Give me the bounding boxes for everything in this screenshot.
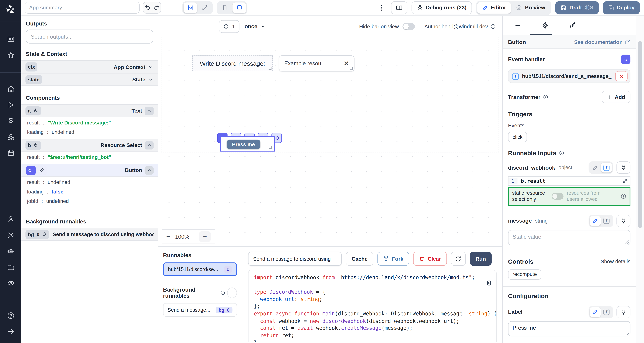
sidebar-item-help-icon[interactable] — [0, 308, 21, 324]
hide-bar-toggle[interactable] — [402, 23, 415, 30]
center-layout-icon[interactable] — [184, 2, 197, 13]
component-selection-box[interactable]: Press me — [220, 136, 275, 152]
collapse-chevron-up-icon[interactable] — [144, 141, 154, 149]
desktop-view-icon[interactable] — [232, 2, 246, 13]
textarea-resize-grip[interactable] — [626, 331, 629, 335]
event-handler-row[interactable]: f hub/1511/discord/send_a_message_... — [508, 70, 630, 83]
add-background-runnable-button[interactable] — [227, 288, 237, 298]
reload-script-button[interactable] — [451, 252, 466, 266]
mobile-view-icon[interactable] — [218, 2, 232, 13]
expand-editor-icon[interactable] — [623, 178, 628, 183]
resource-select-component[interactable]: Example resou... ✕ — [279, 56, 354, 72]
deploy-button[interactable]: Deploy — [603, 1, 640, 14]
resource-toggle[interactable] — [552, 193, 564, 200]
collapse-chevron-up-icon[interactable] — [144, 106, 154, 115]
script-name-input[interactable]: Send a message to discord using — [248, 252, 342, 266]
search-outputs-input[interactable]: Search outputs... — [26, 30, 153, 44]
zoom-in-button[interactable]: + — [199, 231, 211, 242]
scrollbar-thumb[interactable] — [638, 41, 642, 228]
expression-mode-icon[interactable]: f — [601, 307, 612, 317]
sidebar-item-apps[interactable] — [0, 31, 21, 47]
sidebar-item-runs-play-icon[interactable] — [0, 97, 21, 113]
tab-preview[interactable]: Preview — [511, 2, 550, 13]
connect-plug-icon[interactable] — [616, 306, 630, 318]
background-runnable-item[interactable]: Send a message... bg_0 — [163, 303, 237, 316]
connect-plug-icon[interactable] — [616, 162, 630, 174]
static-pencil-icon[interactable] — [590, 163, 601, 172]
resize-handle[interactable] — [269, 146, 272, 148]
static-pencil-icon[interactable] — [590, 216, 601, 226]
message-static-input[interactable]: Static value — [508, 230, 630, 245]
sidebar-item-resources-boxes-icon[interactable] — [0, 129, 21, 145]
component-row-b[interactable]: b Resource Select — [21, 139, 158, 152]
sidebar-item-home-icon[interactable] — [0, 81, 21, 97]
cache-button[interactable]: Cache — [346, 252, 374, 266]
sidebar-item-folders-icon[interactable] — [0, 259, 21, 275]
output-row-ctx[interactable]: ctx App Context — [21, 60, 158, 73]
runnables-panel: Runnables hub/1511/discord/se... c Backg… — [158, 247, 242, 343]
sidebar-item-workers-robot-icon[interactable] — [0, 243, 21, 259]
page-scrollbar[interactable] — [636, 16, 644, 343]
fullwidth-layout-icon[interactable] — [198, 2, 212, 13]
more-menu-icon[interactable]: ⋮ — [379, 4, 384, 11]
schedule-dropdown[interactable]: once — [244, 23, 266, 29]
tab-editor[interactable]: Editor — [477, 2, 511, 13]
output-row-state[interactable]: state State — [21, 73, 158, 86]
documentation-book-icon[interactable] — [391, 1, 407, 14]
recompute-chip[interactable]: recompute — [508, 269, 541, 280]
webhook-expression-input[interactable]: 1 b.result — [508, 176, 630, 186]
pencil-icon[interactable] — [36, 168, 46, 173]
sidebar-item-settings-gear-icon[interactable] — [0, 227, 21, 243]
component-row-a[interactable]: a Text — [21, 104, 158, 117]
expression-mode-icon[interactable]: f — [601, 163, 612, 172]
code-editor[interactable]: import discordwebhook from "https://deno… — [248, 270, 496, 342]
sidebar-item-variables-dollar-icon[interactable] — [0, 113, 21, 129]
tab-insert-plus-icon[interactable] — [512, 17, 523, 34]
text-component[interactable]: Write Discord message: — [192, 56, 273, 71]
windmill-logo-icon[interactable] — [5, 4, 16, 16]
textarea-resize-grip[interactable] — [626, 240, 629, 244]
refresh-count-box[interactable]: 1 — [219, 20, 240, 33]
layout-toggle-group — [182, 1, 213, 14]
app-canvas[interactable]: Write Discord message: Example resou... … — [161, 37, 499, 152]
see-documentation-link[interactable]: See documentation — [574, 39, 630, 45]
resize-handle[interactable] — [350, 68, 353, 70]
tab-component-settings-icon[interactable] — [540, 17, 550, 34]
input-mode-toggle: f — [588, 306, 613, 318]
connect-plug-icon[interactable] — [616, 215, 630, 227]
clear-button[interactable]: Clear — [413, 252, 447, 266]
copy-code-icon[interactable] — [486, 280, 492, 286]
zoom-out-button[interactable]: − — [166, 233, 170, 240]
canvas-grid[interactable]: Write Discord message: Example resou... … — [158, 37, 502, 246]
expression-mode-icon[interactable]: f — [601, 216, 612, 226]
event-chip-click[interactable]: click — [508, 132, 527, 142]
button-component[interactable]: Press me — [227, 140, 260, 149]
add-transformer-button[interactable]: Add — [602, 91, 630, 103]
runnable-item-selected[interactable]: hub/1511/discord/se... c — [163, 262, 237, 276]
static-pencil-icon[interactable] — [590, 307, 601, 317]
redo-icon[interactable] — [152, 2, 160, 13]
background-runnable-row[interactable]: bg_0 Send a message to discord using web… — [21, 228, 158, 240]
remove-handler-button[interactable] — [615, 71, 628, 82]
resize-handle[interactable] — [269, 67, 272, 70]
sidebar-collapse-arrow-icon[interactable] — [0, 324, 21, 340]
chevron-down-icon[interactable] — [148, 76, 154, 82]
component-row-c[interactable]: c Button — [21, 164, 158, 176]
info-icon — [221, 290, 225, 295]
debug-runs-button[interactable]: Debug runs (23) — [412, 1, 472, 14]
draft-button[interactable]: Draft⌘S — [556, 1, 599, 14]
clear-selection-icon[interactable]: ✕ — [344, 60, 349, 67]
collapse-chevron-up-icon[interactable] — [144, 166, 154, 174]
sidebar-item-schedules-calendar-icon[interactable] — [0, 145, 21, 161]
show-details-link[interactable]: Show details — [600, 258, 630, 264]
run-button[interactable]: Run — [470, 252, 492, 266]
fork-button[interactable]: Fork — [378, 252, 409, 266]
chevron-down-icon[interactable] — [148, 64, 154, 70]
tab-styling-brush-icon[interactable] — [567, 17, 578, 34]
sidebar-item-user-icon[interactable] — [0, 211, 21, 227]
app-summary-input[interactable]: App summary — [24, 2, 140, 14]
undo-icon[interactable] — [144, 2, 152, 13]
label-field-input[interactable]: Press me — [508, 321, 630, 336]
sidebar-item-audit-eye-icon[interactable] — [0, 275, 21, 291]
sidebar-item-favorites-star-icon[interactable] — [0, 47, 21, 63]
